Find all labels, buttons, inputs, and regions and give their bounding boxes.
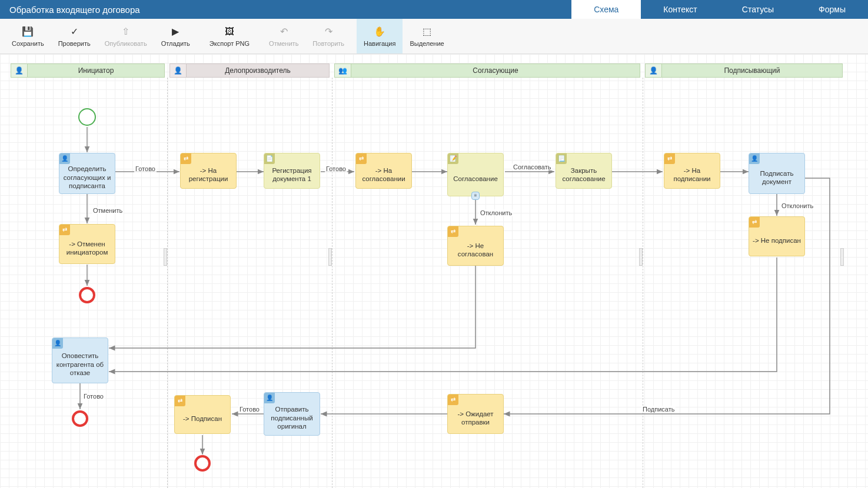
edge-label-approve: Согласовать [512,163,552,171]
check-button[interactable]: ✓ Проверить [51,19,98,54]
check-icon: ✓ [68,26,80,38]
task-register-document[interactable]: 📄 Регистрация документа 1 [264,153,320,189]
selection-button[interactable]: ⬚ Выделение [403,19,451,54]
play-icon: ▶ [169,26,181,38]
tab-context[interactable]: Контекст [641,0,719,19]
lane-collapse-handle[interactable] [840,248,844,266]
edge-label-sign: Подписать [641,406,676,413]
publish-button[interactable]: ⇧ Опубликовать [98,19,154,54]
edge-label-done: Готово [325,165,347,172]
undo-icon: ↶ [278,26,290,38]
status-signed[interactable]: ⇄ -> Подписан [174,395,231,434]
hand-icon: ✋ [374,26,385,38]
lane-collapse-handle[interactable] [164,248,167,266]
lane-initiator[interactable]: 👤 Инициатор [11,63,165,78]
lane-collapse-handle[interactable] [639,248,643,266]
edge-label-done: Готово [82,393,105,400]
edge-label-done: Готово [238,406,261,413]
save-icon: 💾 [22,26,34,38]
user-task-icon: 👤 [52,338,63,349]
lane-approvers[interactable]: 👥 Согласующие [334,63,640,78]
doc-icon: 📃 [556,153,567,164]
edge-label-done: Готово [134,165,157,172]
header-tabs: Схема Контекст Статусы Формы [571,0,868,19]
undo-button[interactable]: ↶ Отменить [262,19,305,54]
page-title: Обработка входящего договора [9,5,140,15]
toolbar: 💾 Сохранить ✓ Проверить ⇧ Опубликовать ▶… [0,19,868,54]
status-icon: ⇄ [448,226,458,237]
lane-divider [643,78,643,488]
redo-icon: ↷ [322,26,334,38]
script-icon: 📄 [264,153,275,164]
tab-statuses[interactable]: Статусы [720,0,796,19]
end-event[interactable] [72,410,88,427]
user-task-icon: 👤 [749,153,760,164]
status-awaiting-send[interactable]: ⇄ -> Ожидает отправки [447,394,504,434]
status-to-approval[interactable]: ⇄ -> На согласовании [355,153,412,189]
connectors [0,54,868,488]
status-cancelled-by-initiator[interactable]: ⇄ -> Отменен инициатором [59,224,115,264]
redo-button[interactable]: ↷ Повторить [305,19,351,54]
task-notify-counterparty[interactable]: 👤 Оповестить контрагента об отказе [52,337,108,383]
status-icon: ⇄ [59,225,70,235]
tab-forms[interactable]: Формы [796,0,868,19]
status-icon: ⇄ [175,396,185,406]
user-task-icon: 👤 [264,393,275,403]
lane-divider [167,78,168,488]
status-icon: ⇄ [749,217,760,228]
status-to-registration[interactable]: ⇄ -> На регистрации [180,153,237,189]
status-icon: ⇄ [448,395,458,405]
select-icon: ⬚ [421,26,433,38]
save-button[interactable]: 💾 Сохранить [5,19,51,54]
end-event[interactable] [194,455,211,472]
single-user-icon: 👤 [11,64,28,77]
single-user-icon: 👤 [170,64,187,77]
upload-icon: ⇧ [120,26,132,38]
header-bar: Обработка входящего договора Схема Конте… [0,0,868,19]
status-icon: ⇄ [356,153,367,164]
task-approval[interactable]: 📝 Согласование [447,153,504,196]
status-icon: ⇄ [664,153,675,164]
navigation-button[interactable]: ✋ Навигация [357,19,403,54]
single-user-icon: 👤 [646,64,662,77]
edge-label-cancel: Отменить [92,207,124,214]
end-event[interactable] [79,287,95,303]
lane-divider [332,78,332,488]
form-icon: 📝 [448,153,458,164]
sub-indicator-icon[interactable]: ≡ [471,192,480,200]
canvas[interactable]: 👤 Инициатор 👤 Делопроизводитель 👥 Соглас… [0,54,868,488]
task-send-signed-original[interactable]: 👤 Отправить подписанный оригинал [264,392,320,436]
status-not-approved[interactable]: ⇄ -> Не согласован [447,226,504,266]
lane-signer[interactable]: 👤 Подписывающий [645,63,843,78]
lane-clerk[interactable]: 👤 Делопроизводитель [169,63,330,78]
group-icon: 👥 [335,64,351,77]
user-task-icon: 👤 [59,153,70,164]
status-icon: ⇄ [181,153,191,164]
edge-label-reject: Отклонить [479,209,513,216]
status-not-signed[interactable]: ⇄ -> Не подписан [749,216,805,256]
image-icon: 🖼 [224,26,235,38]
start-event[interactable] [78,108,96,126]
status-to-signing[interactable]: ⇄ -> На подписании [664,153,720,189]
task-sign-document[interactable]: 👤 Подписать документ [749,153,805,194]
tab-scheme[interactable]: Схема [571,0,641,19]
task-define-approvers[interactable]: 👤 Определить согласующих и подписанта [59,153,115,194]
edge-label-reject: Отклонить [780,202,814,209]
lane-collapse-handle[interactable] [328,248,332,266]
task-close-approval[interactable]: 📃 Закрыть согласование [556,153,612,189]
debug-button[interactable]: ▶ Отладить [154,19,197,54]
export-png-button[interactable]: 🖼 Экспорт PNG [202,19,257,54]
